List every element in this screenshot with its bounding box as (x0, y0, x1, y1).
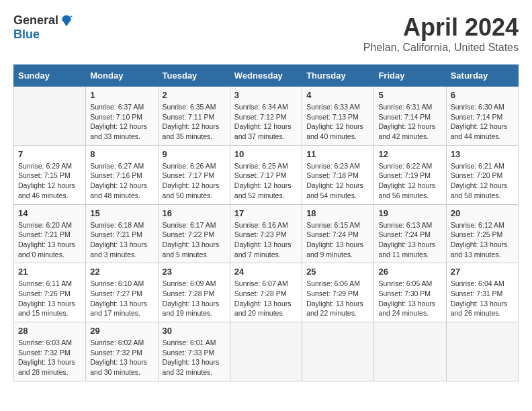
calendar-cell: 24Sunrise: 6:07 AMSunset: 7:28 PMDayligh… (230, 263, 302, 322)
calendar-cell: 17Sunrise: 6:16 AMSunset: 7:23 PMDayligh… (230, 204, 302, 263)
calendar-cell: 20Sunrise: 6:12 AMSunset: 7:25 PMDayligh… (446, 204, 518, 263)
day-info: Sunrise: 6:12 AMSunset: 7:25 PMDaylight:… (451, 220, 514, 260)
day-number: 12 (378, 149, 441, 159)
day-number: 10 (234, 149, 298, 159)
calendar-body: 1Sunrise: 6:37 AMSunset: 7:10 PMDaylight… (14, 87, 519, 381)
day-info: Sunrise: 6:31 AMSunset: 7:14 PMDaylight:… (378, 102, 441, 142)
day-info: Sunrise: 6:10 AMSunset: 7:27 PMDaylight:… (90, 279, 153, 318)
day-info: Sunrise: 6:34 AMSunset: 7:12 PMDaylight:… (234, 102, 298, 142)
calendar-week-row: 7Sunrise: 6:29 AMSunset: 7:15 PMDaylight… (14, 145, 519, 204)
calendar-cell: 16Sunrise: 6:17 AMSunset: 7:22 PMDayligh… (158, 204, 230, 263)
calendar-cell: 26Sunrise: 6:05 AMSunset: 7:30 PMDayligh… (374, 263, 446, 322)
calendar-cell: 28Sunrise: 6:03 AMSunset: 7:32 PMDayligh… (14, 322, 86, 381)
day-header-monday: Monday (86, 65, 158, 87)
day-number: 8 (90, 149, 153, 159)
calendar-cell (302, 322, 374, 381)
day-info: Sunrise: 6:23 AMSunset: 7:18 PMDaylight:… (306, 161, 369, 201)
calendar-cell (14, 87, 86, 146)
day-number: 22 (90, 267, 153, 277)
calendar-table: SundayMondayTuesdayWednesdayThursdayFrid… (13, 64, 519, 381)
day-info: Sunrise: 6:18 AMSunset: 7:21 PMDaylight:… (90, 220, 153, 260)
calendar-week-row: 28Sunrise: 6:03 AMSunset: 7:32 PMDayligh… (14, 322, 519, 381)
day-number: 26 (378, 267, 441, 277)
day-header-saturday: Saturday (446, 65, 518, 87)
page-header: General Blue April 2024 Phelan, Californ… (13, 13, 519, 54)
day-number: 19 (378, 208, 441, 218)
calendar-cell: 5Sunrise: 6:31 AMSunset: 7:14 PMDaylight… (374, 87, 446, 146)
calendar-cell: 6Sunrise: 6:30 AMSunset: 7:14 PMDaylight… (446, 87, 518, 146)
day-number: 3 (234, 90, 298, 100)
calendar-cell (446, 322, 518, 381)
day-info: Sunrise: 6:15 AMSunset: 7:24 PMDaylight:… (306, 220, 369, 260)
day-info: Sunrise: 6:11 AMSunset: 7:26 PMDaylight:… (18, 279, 81, 318)
calendar-cell: 27Sunrise: 6:04 AMSunset: 7:31 PMDayligh… (446, 263, 518, 322)
day-info: Sunrise: 6:35 AMSunset: 7:11 PMDaylight:… (163, 102, 226, 142)
day-number: 16 (163, 208, 226, 218)
logo: General Blue (13, 13, 73, 42)
calendar-cell: 12Sunrise: 6:22 AMSunset: 7:19 PMDayligh… (374, 145, 446, 204)
day-number: 30 (163, 326, 226, 336)
day-number: 4 (306, 90, 369, 100)
day-info: Sunrise: 6:22 AMSunset: 7:19 PMDaylight:… (378, 161, 441, 201)
logo-bird-icon (60, 14, 73, 28)
day-number: 18 (306, 208, 369, 218)
day-info: Sunrise: 6:25 AMSunset: 7:17 PMDaylight:… (234, 161, 298, 201)
calendar-cell: 22Sunrise: 6:10 AMSunset: 7:27 PMDayligh… (86, 263, 158, 322)
calendar-cell: 3Sunrise: 6:34 AMSunset: 7:12 PMDaylight… (230, 87, 302, 146)
day-number: 21 (18, 267, 81, 277)
day-info: Sunrise: 6:01 AMSunset: 7:33 PMDaylight:… (163, 338, 226, 377)
day-number: 20 (451, 208, 514, 218)
calendar-cell: 29Sunrise: 6:02 AMSunset: 7:32 PMDayligh… (86, 322, 158, 381)
day-info: Sunrise: 6:03 AMSunset: 7:32 PMDaylight:… (18, 338, 81, 377)
day-number: 28 (18, 326, 81, 336)
calendar-week-row: 1Sunrise: 6:37 AMSunset: 7:10 PMDaylight… (14, 87, 519, 146)
calendar-cell: 4Sunrise: 6:33 AMSunset: 7:13 PMDaylight… (302, 87, 374, 146)
day-info: Sunrise: 6:17 AMSunset: 7:22 PMDaylight:… (163, 220, 226, 260)
day-number: 6 (451, 90, 514, 100)
month-title: April 2024 (363, 13, 519, 42)
day-number: 2 (163, 90, 226, 100)
day-number: 25 (306, 267, 369, 277)
day-header-sunday: Sunday (14, 65, 86, 87)
day-info: Sunrise: 6:04 AMSunset: 7:31 PMDaylight:… (451, 279, 514, 318)
day-info: Sunrise: 6:07 AMSunset: 7:28 PMDaylight:… (234, 279, 298, 318)
day-number: 17 (234, 208, 298, 218)
day-number: 15 (90, 208, 153, 218)
calendar-cell: 11Sunrise: 6:23 AMSunset: 7:18 PMDayligh… (302, 145, 374, 204)
day-info: Sunrise: 6:37 AMSunset: 7:10 PMDaylight:… (90, 102, 153, 142)
calendar-cell: 19Sunrise: 6:13 AMSunset: 7:24 PMDayligh… (374, 204, 446, 263)
calendar-cell: 9Sunrise: 6:26 AMSunset: 7:17 PMDaylight… (158, 145, 230, 204)
calendar-cell: 10Sunrise: 6:25 AMSunset: 7:17 PMDayligh… (230, 145, 302, 204)
calendar-cell: 2Sunrise: 6:35 AMSunset: 7:11 PMDaylight… (158, 87, 230, 146)
calendar-cell: 15Sunrise: 6:18 AMSunset: 7:21 PMDayligh… (86, 204, 158, 263)
day-info: Sunrise: 6:20 AMSunset: 7:21 PMDaylight:… (18, 220, 81, 260)
calendar-cell: 23Sunrise: 6:09 AMSunset: 7:28 PMDayligh… (158, 263, 230, 322)
day-header-tuesday: Tuesday (158, 65, 230, 87)
calendar-week-row: 14Sunrise: 6:20 AMSunset: 7:21 PMDayligh… (14, 204, 519, 263)
calendar-header-row: SundayMondayTuesdayWednesdayThursdayFrid… (14, 65, 519, 87)
day-info: Sunrise: 6:16 AMSunset: 7:23 PMDaylight:… (234, 220, 298, 260)
day-header-thursday: Thursday (302, 65, 374, 87)
day-info: Sunrise: 6:06 AMSunset: 7:29 PMDaylight:… (306, 279, 369, 318)
day-number: 23 (163, 267, 226, 277)
day-info: Sunrise: 6:05 AMSunset: 7:30 PMDaylight:… (378, 279, 441, 318)
day-number: 13 (451, 149, 514, 159)
day-number: 29 (90, 326, 153, 336)
day-number: 5 (378, 90, 441, 100)
calendar-cell: 21Sunrise: 6:11 AMSunset: 7:26 PMDayligh… (14, 263, 86, 322)
calendar-cell: 13Sunrise: 6:21 AMSunset: 7:20 PMDayligh… (446, 145, 518, 204)
day-number: 24 (234, 267, 298, 277)
day-header-wednesday: Wednesday (230, 65, 302, 87)
calendar-cell: 25Sunrise: 6:06 AMSunset: 7:29 PMDayligh… (302, 263, 374, 322)
day-header-friday: Friday (374, 65, 446, 87)
day-number: 1 (90, 90, 153, 100)
day-info: Sunrise: 6:02 AMSunset: 7:32 PMDaylight:… (90, 338, 153, 377)
calendar-cell: 30Sunrise: 6:01 AMSunset: 7:33 PMDayligh… (158, 322, 230, 381)
day-info: Sunrise: 6:09 AMSunset: 7:28 PMDaylight:… (163, 279, 226, 318)
day-info: Sunrise: 6:29 AMSunset: 7:15 PMDaylight:… (18, 161, 81, 201)
logo-blue-text: Blue (13, 28, 40, 42)
calendar-week-row: 21Sunrise: 6:11 AMSunset: 7:26 PMDayligh… (14, 263, 519, 322)
day-number: 14 (18, 208, 81, 218)
day-number: 9 (163, 149, 226, 159)
title-section: April 2024 Phelan, California, United St… (363, 13, 519, 54)
